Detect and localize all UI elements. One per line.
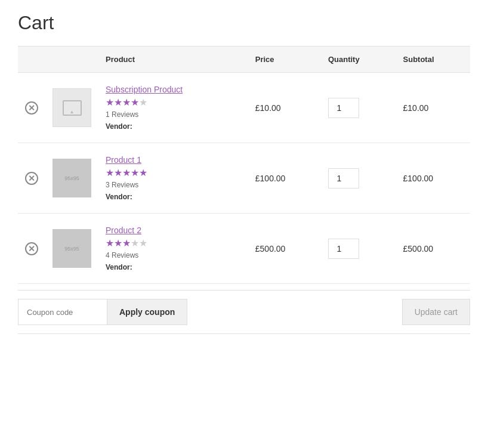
- star-icon: ★: [106, 167, 114, 178]
- vendor-label: Vendor:: [106, 122, 241, 131]
- remove-icon: ✕: [25, 242, 38, 255]
- price-cell: £10.00: [248, 73, 321, 143]
- product-name: Product 2: [106, 225, 241, 235]
- star-icon: ★: [131, 237, 139, 249]
- remove-button[interactable]: ✕: [25, 242, 38, 255]
- vendor-label: Vendor:: [106, 263, 241, 271]
- product-image: 95x95: [52, 229, 91, 268]
- col-header-image: [45, 47, 98, 73]
- col-header-quantity: Quantity: [321, 47, 396, 73]
- image-size-label: 95x95: [64, 175, 79, 181]
- col-header-price: Price: [248, 47, 321, 73]
- star-icon: ★: [106, 97, 114, 108]
- star-rating: ★★★★★: [106, 167, 241, 178]
- table-row: ✕ Subscription Product ★★★★★ 1 Reviews V…: [18, 73, 470, 143]
- product-link[interactable]: Product 1: [106, 155, 141, 165]
- col-header-product: Product: [98, 47, 248, 73]
- star-icon: ★: [122, 237, 131, 249]
- reviews-count: 3 Reviews: [106, 181, 241, 189]
- star-icon: ★: [131, 97, 139, 108]
- price-cell: £500.00: [248, 214, 321, 284]
- col-header-subtotal: Subtotal: [396, 47, 470, 73]
- remove-icon: ✕: [25, 101, 38, 115]
- star-icon: ★: [114, 97, 122, 108]
- product-name: Product 1: [106, 155, 241, 165]
- subtotal-cell: £10.00: [396, 73, 470, 143]
- remove-icon: ✕: [25, 172, 38, 185]
- image-size-label: 95x95: [64, 246, 79, 252]
- table-row: ✕95x95 Product 1 ★★★★★ 3 Reviews Vendor:…: [18, 143, 470, 214]
- quantity-input[interactable]: [328, 168, 359, 189]
- table-header-row: Product Price Quantity Subtotal: [18, 47, 470, 73]
- star-icon: ★: [122, 97, 131, 108]
- reviews-count: 1 Reviews: [106, 110, 241, 119]
- cart-table: Product Price Quantity Subtotal ✕ Subscr…: [18, 46, 470, 284]
- star-icon: ★: [139, 167, 147, 178]
- star-icon: ★: [139, 237, 147, 249]
- subtotal-cell: £500.00: [396, 214, 470, 284]
- quantity-input[interactable]: [328, 98, 359, 118]
- price-cell: £100.00: [248, 143, 321, 214]
- star-icon: ★: [122, 167, 131, 178]
- page-title: Cart: [18, 12, 470, 34]
- remove-button[interactable]: ✕: [25, 101, 38, 115]
- cart-footer: Apply coupon Update cart: [18, 290, 470, 334]
- product-name: Subscription Product: [106, 85, 241, 94]
- product-link[interactable]: Product 2: [106, 225, 141, 235]
- product-link[interactable]: Subscription Product: [106, 85, 183, 94]
- product-image: 95x95: [52, 159, 91, 197]
- star-rating: ★★★★★: [106, 97, 241, 108]
- table-row: ✕95x95 Product 2 ★★★★★ 4 Reviews Vendor:…: [18, 214, 470, 284]
- star-icon: ★: [114, 237, 122, 249]
- page-container: Cart Product Price Quantity Subtotal ✕ S…: [0, 0, 488, 448]
- update-cart-button[interactable]: Update cart: [402, 299, 470, 325]
- coupon-input[interactable]: [18, 299, 107, 325]
- subtotal-cell: £100.00: [396, 143, 470, 214]
- star-rating: ★★★★★: [106, 237, 241, 249]
- col-header-remove: [18, 47, 45, 73]
- vendor-label: Vendor:: [106, 193, 241, 201]
- star-icon: ★: [139, 97, 147, 108]
- star-icon: ★: [114, 167, 122, 178]
- coupon-area: Apply coupon: [18, 299, 187, 325]
- apply-coupon-button[interactable]: Apply coupon: [107, 299, 187, 325]
- star-icon: ★: [131, 167, 139, 178]
- product-image: [52, 88, 91, 127]
- reviews-count: 4 Reviews: [106, 251, 241, 259]
- quantity-input[interactable]: [328, 239, 359, 259]
- remove-button[interactable]: ✕: [25, 172, 38, 185]
- star-icon: ★: [106, 237, 114, 249]
